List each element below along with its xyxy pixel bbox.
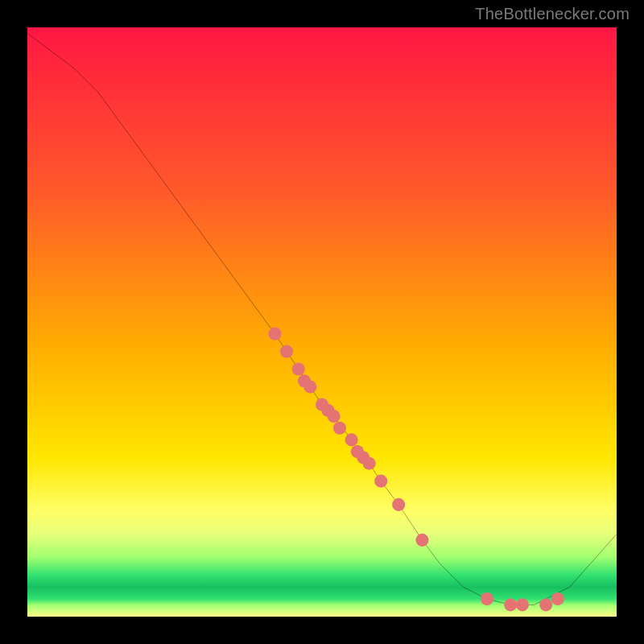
attribution-label: TheBottlenecker.com <box>475 5 630 23</box>
marker-point <box>516 598 529 611</box>
marker-point <box>481 592 493 605</box>
marker-point <box>504 598 517 611</box>
marker-point <box>303 380 316 393</box>
marker-point <box>539 598 552 611</box>
plot-svg <box>27 27 617 617</box>
marker-point <box>392 498 405 511</box>
curve-group <box>27 33 617 605</box>
marker-point <box>551 592 564 605</box>
markers-group <box>268 328 564 612</box>
marker-point <box>415 534 428 547</box>
bottleneck-curve <box>27 33 617 605</box>
marker-point <box>374 475 387 488</box>
marker-point <box>363 457 376 470</box>
chart-container: TheBottlenecker.com <box>0 0 644 644</box>
marker-point <box>292 363 305 376</box>
marker-point <box>328 410 341 423</box>
marker-point <box>268 328 281 341</box>
marker-point <box>345 433 358 446</box>
marker-point <box>333 422 346 435</box>
marker-point <box>280 345 293 358</box>
